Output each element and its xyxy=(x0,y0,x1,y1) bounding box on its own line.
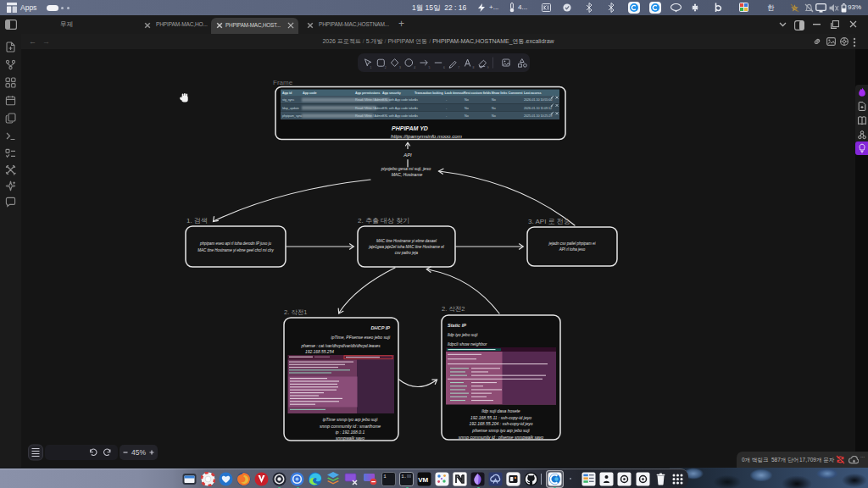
svg-text:Transaction locking: Transaction locking xyxy=(415,92,444,95)
svg-text:6: 6 xyxy=(443,66,445,69)
svg-text:2026-01-10 11:09:12: 2026-01-10 11:09:12 xyxy=(524,107,552,110)
svg-text:No: No xyxy=(492,98,496,102)
svg-text:SSL with App code token: SSL with App code token xyxy=(382,98,416,102)
svg-text:csv pailro jeja: csv pailro jeja xyxy=(395,251,419,255)
svg-text:Show links: Show links xyxy=(492,92,508,95)
svg-text:ip : 192.168.0.1: ip : 192.168.0.1 xyxy=(336,430,365,435)
svg-text:2. 추출 대상 찾기: 2. 추출 대상 찾기 xyxy=(358,217,409,225)
svg-text:Comment: Comment xyxy=(509,92,524,95)
svg-text:2025-01-10 10:25:29: 2025-01-10 10:25:29 xyxy=(524,114,552,118)
svg-text:Rest custom fields: Rest custom fields xyxy=(464,92,491,95)
svg-text:Static IP: Static IP xyxy=(448,323,466,328)
svg-text:No: No xyxy=(465,107,469,110)
svg-text:App security: App security xyxy=(382,92,402,95)
svg-text:App code: App code xyxy=(303,92,317,95)
svg-text:Frame: Frame xyxy=(273,79,293,86)
svg-text:192.168.55.204 : ssh-copy-id j: 192.168.55.204 : ssh-copy-id jeyo xyxy=(469,421,532,426)
svg-text:stg_sync: stg_sync xyxy=(282,98,294,102)
svg-text:ipTime, PFsense eseo jebo suji: ipTime, PFsense eseo jebo suji xyxy=(331,335,391,340)
svg-text:ipTime snmp iyo arp jebo suji: ipTime snmp iyo arp jebo suji xyxy=(323,417,379,422)
svg-text:Lock timeout: Lock timeout xyxy=(445,92,465,95)
svg-text:snmp community id : pfsense sn: snmp community id : pfsense snmpwalk say… xyxy=(459,435,544,440)
svg-text:7: 7 xyxy=(458,66,459,69)
svg-text:5: 5 xyxy=(429,66,431,69)
svg-text:jejadn csv pailel phpipam ei: jejadn csv pailel phpipam ei xyxy=(548,241,596,246)
svg-text:4: 4 xyxy=(414,66,415,69)
svg-text:App id: App id xyxy=(282,92,292,95)
svg-text:API rl toha jeso: API rl toha jeso xyxy=(559,247,586,252)
svg-text:Read / Write / Admin: Read / Write / Admin xyxy=(355,114,383,118)
svg-text:3. API 로 전송: 3. API 로 전송 xyxy=(528,218,570,225)
svg-text:1s: 1s xyxy=(415,114,418,118)
svg-text:App permissions: App permissions xyxy=(355,92,380,95)
svg-text:MAC ttne Hostname yi ebne dasa: MAC ttne Hostname yi ebne dasael xyxy=(376,239,437,243)
svg-text:No: No xyxy=(492,107,496,110)
svg-text:3: 3 xyxy=(399,66,401,69)
svg-text:ldap_update: ldap_update xyxy=(282,107,299,110)
svg-text:jaje1gwa jaje2el toha MAC ttne: jaje1gwa jaje2el toha MAC ttne Hostname … xyxy=(368,245,445,249)
svg-text:MAC, Hostname: MAC, Hostname xyxy=(392,172,423,177)
svg-text:1. 검색: 1. 검색 xyxy=(186,217,208,225)
svg-text:pfsense snmp iyo arp jebo suji: pfsense snmp iyo arp jebo suji xyxy=(471,428,530,433)
svg-text:2. 작전1: 2. 작전1 xyxy=(284,308,308,316)
svg-text:snmpwalk sayo: snmpwalk sayo xyxy=(336,435,364,441)
svg-text:Read / Write / Admin: Read / Write / Admin xyxy=(355,98,383,102)
svg-text:phpipam_sync: phpipam_sync xyxy=(282,114,302,118)
svg-text:No: No xyxy=(465,114,469,118)
svg-text:pfsense : cat /var/dhcpd/var/d: pfsense : cat /var/dhcpd/var/db/dhcpd.le… xyxy=(300,344,381,348)
svg-text:45%: 45% xyxy=(131,448,146,457)
svg-text:Read / Write / Admin: Read / Write / Admin xyxy=(355,107,383,110)
svg-text:Last access: Last access xyxy=(524,92,541,95)
svg-text:lldp suji dasa hosete: lldp suji dasa hosete xyxy=(481,408,520,413)
svg-text:2. 작전2: 2. 작전2 xyxy=(442,305,465,313)
svg-text:SSL with App code token: SSL with App code token xyxy=(382,107,416,110)
svg-text:1s: 1s xyxy=(415,107,418,110)
svg-text:9: 9 xyxy=(487,66,489,69)
svg-text:2026-01-10 10:55:00: 2026-01-10 10:55:00 xyxy=(524,98,552,102)
svg-text:lldp iyo jebo suji: lldp iyo jebo suji xyxy=(448,332,478,337)
svg-text:8: 8 xyxy=(473,66,475,69)
svg-text:API: API xyxy=(403,152,412,158)
svg-text:2: 2 xyxy=(385,66,387,69)
svg-text:SSL with App code token: SSL with App code token xyxy=(382,114,416,118)
svg-text:192.168.55.11 : ssh-copy-id je: 192.168.55.11 : ssh-copy-id jeyo xyxy=(470,415,531,420)
svg-text:https://ipamymsinfo.mooo.com: https://ipamymsinfo.mooo.com xyxy=(391,133,462,139)
svg-text:1s: 1s xyxy=(415,98,418,102)
svg-text:PHPIPAM YD: PHPIPAM YD xyxy=(392,125,428,131)
svg-text:No: No xyxy=(492,114,496,118)
svg-text:DHCP IP: DHCP IP xyxy=(371,325,391,330)
svg-text:snmp community id : smarthome: snmp community id : smarthome xyxy=(320,424,381,429)
svg-text:phpipam eseo api rl toha derod: phpipam eseo api rl toha derodn IP juso … xyxy=(199,241,272,246)
svg-text:No: No xyxy=(465,98,469,102)
svg-text:lldpcli show neighbor: lldpcli show neighbor xyxy=(448,341,487,347)
svg-text:piyojebo gesa mi suji, jeso: piyojebo gesa mi suji, jeso xyxy=(381,166,431,171)
svg-text:1: 1 xyxy=(370,66,372,69)
svg-text:192.168.55.254: 192.168.55.254 xyxy=(305,350,334,354)
svg-text:MAC ttne Hostname yi ebne geel: MAC ttne Hostname yi ebne geel chcl mi c… xyxy=(198,248,274,252)
